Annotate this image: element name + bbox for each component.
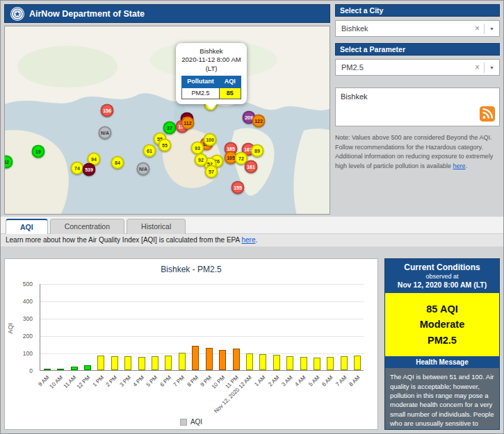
state-department-seal-icon bbox=[10, 7, 24, 21]
map-markers-layer: 156863209122N/A37152112555561947453984N/… bbox=[5, 26, 330, 214]
aqi-bar[interactable] bbox=[354, 356, 361, 370]
aqi-map-marker[interactable]: 19 bbox=[32, 145, 45, 158]
aqi-map-marker[interactable]: N/A bbox=[137, 162, 150, 176]
popup-col-pollutant: Pollutant bbox=[182, 76, 220, 88]
x-axis-label: 8 PM bbox=[186, 374, 200, 388]
x-axis-labels: 9 AM10 AM11 AM12 PM1 PM2 PM3 PM4 PM5 PM6… bbox=[40, 373, 364, 409]
x-axis-label: 3 AM bbox=[280, 374, 293, 387]
aqi-map[interactable]: 156863209122N/A37152112555561947453984N/… bbox=[4, 26, 330, 215]
aqi-bar[interactable] bbox=[165, 356, 172, 370]
aqi-bar[interactable] bbox=[341, 356, 348, 370]
x-axis-label: 8 AM bbox=[348, 374, 361, 387]
x-axis-label: 4 AM bbox=[294, 374, 307, 387]
city-select-value: Bishkek bbox=[341, 24, 471, 33]
aqi-map-marker[interactable]: 89 bbox=[251, 144, 264, 158]
aqi-bar[interactable] bbox=[44, 369, 51, 370]
tab-bar: AQI Concentration Historical bbox=[6, 219, 188, 234]
aqi-map-marker[interactable]: 112 bbox=[181, 117, 195, 130]
parameter-select-value: PM2.5 bbox=[341, 63, 471, 72]
y-tick-label: 400 bbox=[23, 298, 33, 305]
parameter-select[interactable]: PM2.5 × ▼ bbox=[335, 59, 500, 76]
aqi-bar[interactable] bbox=[111, 356, 118, 370]
x-axis-label: 2 PM bbox=[105, 374, 119, 388]
aqi-bar[interactable] bbox=[84, 365, 91, 370]
learn-here-link[interactable]: here bbox=[241, 236, 255, 244]
aqi-map-marker[interactable]: 55 bbox=[158, 139, 172, 152]
x-axis-label: 6 AM bbox=[321, 374, 334, 387]
aqi-map-marker[interactable]: 156 bbox=[101, 104, 114, 117]
current-conditions-header: Current Conditions observed at Nov 12, 2… bbox=[385, 259, 499, 293]
note-period: . bbox=[466, 162, 468, 169]
aqi-bar[interactable] bbox=[233, 349, 240, 370]
aqi-map-marker[interactable]: 100 bbox=[204, 133, 217, 147]
chart-legend[interactable]: AQI bbox=[5, 418, 377, 426]
observed-datetime: Nov 12, 2020 8:00 AM (LT) bbox=[388, 281, 496, 289]
aqi-map-marker[interactable]: 32 bbox=[4, 156, 13, 169]
aqi-bar[interactable] bbox=[300, 357, 307, 371]
x-axis-label: 11 AM bbox=[63, 374, 78, 390]
y-tick-label: 500 bbox=[23, 281, 33, 287]
aqi-map-marker[interactable]: 539 bbox=[83, 163, 96, 176]
clear-parameter-icon[interactable]: × bbox=[471, 62, 484, 72]
tab-aqi[interactable]: AQI bbox=[6, 219, 48, 234]
chevron-down-icon[interactable]: ▼ bbox=[485, 26, 499, 31]
y-tick-label: 0 bbox=[29, 367, 33, 374]
x-axis-label: 1 PM bbox=[91, 374, 105, 388]
aqi-bar[interactable] bbox=[97, 356, 104, 370]
x-axis-label: 5 AM bbox=[307, 374, 320, 387]
aqi-bar[interactable] bbox=[138, 357, 145, 371]
tab-historical[interactable]: Historical bbox=[127, 219, 186, 234]
aqi-map-marker[interactable]: 57 bbox=[205, 165, 218, 178]
popup-pollutant-value: PM2.5 bbox=[182, 87, 220, 99]
x-axis-label: 7 PM bbox=[172, 374, 186, 388]
aqi-chart-panel: Bishkek - PM2.5 AQI 0100200300400500 9 A… bbox=[4, 258, 378, 430]
aqi-bar[interactable] bbox=[179, 353, 186, 370]
gridline bbox=[40, 353, 364, 354]
legend-swatch bbox=[180, 419, 187, 426]
aqi-summary-box: 85 AQI Moderate PM2.5 bbox=[385, 293, 499, 356]
aqi-bar[interactable] bbox=[152, 356, 158, 370]
x-axis-label: 7 AM bbox=[334, 374, 348, 387]
aqi-bar[interactable] bbox=[327, 357, 334, 370]
popup-table: Pollutant AQI PM2.5 85 bbox=[181, 76, 241, 99]
aqi-bar[interactable] bbox=[124, 356, 131, 370]
current-conditions-panel: Current Conditions observed at Nov 12, 2… bbox=[384, 258, 500, 430]
health-message-header: Health Message bbox=[385, 356, 499, 368]
y-tick-label: 200 bbox=[23, 333, 33, 340]
y-tick-label: 300 bbox=[23, 315, 33, 322]
chevron-down-icon[interactable]: ▼ bbox=[485, 65, 499, 70]
select-parameter-header: Select a Parameter bbox=[335, 43, 500, 56]
aqi-bar[interactable] bbox=[246, 353, 253, 370]
aqi-map-marker[interactable]: 61 bbox=[143, 144, 156, 158]
observed-at-label: observed at bbox=[388, 273, 496, 280]
aqi-bar[interactable] bbox=[259, 354, 266, 370]
rss-icon[interactable] bbox=[480, 106, 495, 122]
aqi-map-marker[interactable]: 37 bbox=[163, 122, 177, 135]
note-here-link[interactable]: here bbox=[453, 162, 466, 169]
aqi-bar[interactable] bbox=[219, 350, 226, 371]
aqi-map-marker[interactable]: 161 bbox=[245, 160, 258, 174]
aqi-bar[interactable] bbox=[57, 369, 64, 371]
note-text: Note: Values above 500 are considered Be… bbox=[335, 134, 493, 169]
clear-city-icon[interactable]: × bbox=[471, 24, 484, 33]
x-axis-label: 12 PM bbox=[76, 374, 92, 390]
city-select[interactable]: Bishkek × ▼ bbox=[335, 20, 500, 37]
tab-concentration[interactable]: Concentration bbox=[50, 219, 124, 234]
aqi-bar[interactable] bbox=[314, 358, 320, 370]
aqi-map-marker[interactable]: 93 bbox=[191, 142, 204, 155]
aqi-bar[interactable] bbox=[206, 348, 213, 371]
aqi-map-marker[interactable]: N/A bbox=[99, 126, 112, 140]
popup-pointer bbox=[206, 104, 217, 110]
aqi-map-marker[interactable]: 84 bbox=[111, 156, 124, 169]
popup-timezone: (LT) bbox=[179, 65, 244, 73]
aqi-map-marker[interactable]: 155 bbox=[231, 181, 245, 194]
aqi-bar[interactable] bbox=[192, 346, 199, 370]
aqi-map-marker[interactable]: 122 bbox=[252, 115, 266, 128]
aqi-map-marker[interactable]: 92 bbox=[195, 153, 208, 167]
health-message-text: The AQI is between 51 and 100. Air quali… bbox=[385, 368, 499, 429]
learn-period: . bbox=[255, 236, 257, 244]
aqi-bar[interactable] bbox=[273, 355, 280, 370]
aqi-bar[interactable] bbox=[286, 356, 293, 371]
y-axis-ticks: 0100200300400500 bbox=[5, 284, 35, 371]
aqi-bar[interactable] bbox=[71, 367, 78, 371]
